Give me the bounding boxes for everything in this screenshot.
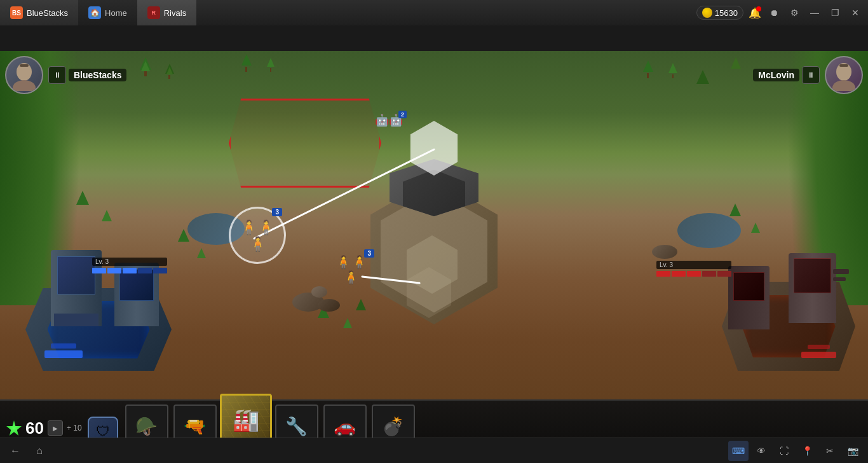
titlebar-right: 15630 🔔 ⏺ ⚙ — ❐ ✕ [696, 5, 868, 20]
keyboard-icon[interactable]: ⌨ [728, 441, 749, 461]
avatar-face-left [8, 59, 40, 91]
right-pond [677, 213, 741, 248]
coin-badge: 15630 [696, 6, 743, 20]
tree-left-mid [76, 191, 89, 205]
bluestacks-label: BlueStacks [27, 8, 68, 18]
player-left-name: BlueStacks [69, 69, 126, 81]
energy-row: 60 ▶ + 10 [6, 418, 82, 438]
back-button[interactable]: ← [5, 441, 25, 461]
notification-bell[interactable]: 🔔 [749, 6, 761, 19]
system-taskbar: ← ⌂ ⌨ 👁 ⛶ 📍 ✂ 📷 [0, 438, 868, 463]
tree-right-2 [731, 57, 741, 69]
close-button[interactable]: ✕ [848, 5, 863, 20]
right-hp-display: Lv. 3 [656, 261, 731, 277]
resize-icon[interactable]: ⛶ [774, 441, 794, 461]
friendly-count-badge-left: 3 [272, 208, 282, 216]
energy-value: 60 [25, 418, 44, 438]
restore-button[interactable]: ❐ [827, 5, 843, 20]
player-right-name: McLovin [753, 69, 799, 81]
tree-2 [165, 64, 174, 79]
tray-right: ⌨ 👁 ⛶ 📍 ✂ 📷 [728, 441, 863, 461]
tree-bottom-c3 [356, 299, 366, 310]
svg-rect-7 [839, 64, 848, 67]
left-hp-bar [92, 268, 167, 273]
coin-icon [702, 8, 712, 18]
bluestacks-tab[interactable]: BS BlueStacks [0, 0, 78, 25]
friendly-count-badge-center: 3 [364, 249, 374, 258]
enemy-troop-top: 🤖🤖 2 [375, 114, 403, 127]
player-left-avatar [5, 56, 43, 94]
rivals-tab[interactable]: R Rivals [137, 0, 196, 25]
titlebar: BS BlueStacks 🏠 Home R Rivals 15630 🔔 ⏺ … [0, 0, 868, 25]
right-hp-bar [656, 271, 731, 277]
home-label: Home [105, 8, 127, 18]
energy-icon [6, 420, 22, 436]
bluestacks-icon: BS [10, 6, 23, 19]
scissors-icon[interactable]: ✂ [820, 441, 840, 461]
settings-button[interactable]: ⚙ [787, 5, 802, 20]
svg-point-6 [832, 80, 855, 91]
right-base-building [722, 247, 855, 371]
coin-value: 15630 [715, 8, 738, 18]
home-icon: 🏠 [88, 6, 101, 19]
right-level-badge: Lv. 3 [656, 261, 731, 269]
minimize-button[interactable]: — [807, 5, 822, 20]
tree-right-mid [729, 204, 741, 216]
svg-rect-4 [20, 64, 29, 67]
enemy-count-badge: 2 [398, 111, 407, 118]
camera-icon[interactable]: 📷 [843, 441, 863, 461]
player-right-avatar [825, 56, 863, 94]
rock-2 [318, 299, 340, 312]
record-button[interactable]: ⏺ [766, 5, 782, 20]
friendly-troop-left: 🧍🧍🧍 3 [235, 213, 280, 258]
titlebar-left: BS BlueStacks 🏠 Home R Rivals [0, 0, 196, 25]
rivals-icon: R [147, 6, 160, 19]
game-canvas: 🤖🤖 2 🧍🧍🧍 3 🧍🧍🧍 3 [0, 51, 868, 463]
tree-mid-left-2 [197, 248, 206, 258]
tree-1 [140, 57, 151, 76]
player-left-info: ⏸ BlueStacks [48, 66, 126, 84]
energy-regen: + 10 [67, 424, 82, 432]
home-button[interactable]: ⌂ [29, 441, 50, 461]
location-icon[interactable]: 📍 [797, 441, 817, 461]
rock-4 [652, 245, 677, 259]
rivals-label: Rivals [164, 8, 186, 18]
tree-left-mid-2 [102, 210, 112, 221]
rock-3 [311, 286, 327, 298]
left-level-badge: Lv. 3 [92, 258, 167, 266]
pause-btn-right[interactable]: ⏸ [802, 66, 820, 84]
player-right-info: McLovin ⏸ [753, 66, 820, 84]
left-hp-display: Lv. 3 [92, 258, 167, 273]
player-right-panel: McLovin ⏸ [753, 56, 863, 94]
tree-bottom-c2 [343, 318, 352, 328]
svg-point-3 [13, 80, 36, 91]
eye-icon[interactable]: 👁 [751, 441, 771, 461]
home-tab[interactable]: 🏠 Home [78, 0, 137, 25]
tree-group-top-right [643, 60, 677, 81]
tree-right-mid-2 [751, 223, 760, 233]
pause-btn-left[interactable]: ⏸ [48, 66, 66, 84]
tree-group-right [696, 70, 709, 84]
enemy-territory [229, 99, 381, 188]
game-area: 🤖🤖 2 🧍🧍🧍 3 🧍🧍🧍 3 [0, 51, 868, 463]
tree-group-top [241, 54, 284, 74]
avatar-face-right [828, 59, 860, 91]
play-btn[interactable]: ▶ [48, 420, 63, 436]
player-left-panel: ⏸ BlueStacks [5, 56, 126, 94]
notification-dot [756, 6, 761, 11]
friendly-troop-center: 🧍🧍🧍 3 [330, 254, 372, 289]
